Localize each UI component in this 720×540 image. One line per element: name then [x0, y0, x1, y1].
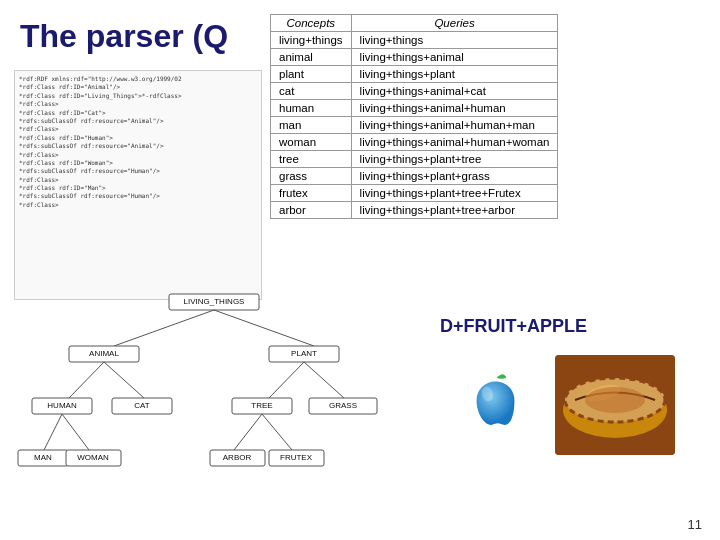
svg-text:ANIMAL: ANIMAL [89, 349, 119, 358]
page-number: 11 [688, 517, 702, 532]
pie-svg [555, 355, 675, 455]
svg-text:CAT: CAT [134, 401, 150, 410]
apple-icon [463, 368, 528, 433]
query-cell: living+things+plant [351, 66, 558, 83]
svg-text:TREE: TREE [251, 401, 272, 410]
svg-line-21 [62, 414, 89, 450]
query-cell: living+things+animal+human+woman [351, 134, 558, 151]
code-line: *rdfs:subClassOf rdf:resource="Animal"/> [19, 117, 257, 125]
concept-cell: cat [271, 83, 352, 100]
table-row: humanliving+things+animal+human [271, 100, 558, 117]
concept-cell: tree [271, 151, 352, 168]
concept-cell: frutex [271, 185, 352, 202]
table-row: grassliving+things+plant+grass [271, 168, 558, 185]
code-line: *rdf:Class> [19, 201, 257, 209]
table-row: treeliving+things+plant+tree [271, 151, 558, 168]
svg-text:LIVING_THINGS: LIVING_THINGS [184, 297, 245, 306]
code-line: *rdf:Class> [19, 151, 257, 159]
concept-cell: man [271, 117, 352, 134]
apple-logo-area [455, 360, 535, 440]
code-line: *rdfs:subClassOf rdf:resource="Human"/> [19, 192, 257, 200]
svg-line-22 [234, 414, 262, 450]
code-line: *rdf:Class> [19, 176, 257, 184]
svg-point-38 [585, 387, 645, 413]
table-row: frutexliving+things+plant+tree+Frutex [271, 185, 558, 202]
tree-svg: LIVING_THINGS ANIMAL PLANT HUMAN CAT TRE… [14, 290, 444, 490]
svg-text:FRUTEX: FRUTEX [280, 453, 313, 462]
col-header-concepts: Concepts [271, 15, 352, 32]
slide: The parser (Q Concepts Queries living+th… [0, 0, 720, 540]
code-line: *rdf:Class rdf:ID="Living_Things">*-rdfC… [19, 92, 257, 100]
svg-text:MAN: MAN [34, 453, 52, 462]
code-line: *rdfs:subClassOf rdf:resource="Human"/> [19, 167, 257, 175]
svg-line-8 [69, 362, 104, 398]
table-row: animalliving+things+animal [271, 49, 558, 66]
concept-cell: plant [271, 66, 352, 83]
svg-line-2 [114, 310, 214, 346]
concept-cell: arbor [271, 202, 352, 219]
svg-text:PLANT: PLANT [291, 349, 317, 358]
code-line: *rdf:Class rdf:ID="Human"> [19, 134, 257, 142]
query-cell: living+things+animal+cat [351, 83, 558, 100]
table-row: living+thingsliving+things [271, 32, 558, 49]
query-cell: living+things+plant+grass [351, 168, 558, 185]
concept-cell: woman [271, 134, 352, 151]
fruit-label: D+FRUIT+APPLE [440, 316, 587, 337]
slide-title: The parser (Q [20, 18, 228, 55]
code-line: *rdf:Class> [19, 100, 257, 108]
query-cell: living+things+animal [351, 49, 558, 66]
table-row: manliving+things+animal+human+man [271, 117, 558, 134]
concepts-table: Concepts Queries living+thingsliving+thi… [270, 14, 558, 219]
svg-text:GRASS: GRASS [329, 401, 357, 410]
code-block: *rdf:RDF xmlns:rdf="http://www.w3.org/19… [14, 70, 262, 300]
svg-line-3 [214, 310, 314, 346]
col-header-queries: Queries [351, 15, 558, 32]
concept-cell: animal [271, 49, 352, 66]
svg-line-20 [44, 414, 62, 450]
svg-text:ARBOR: ARBOR [223, 453, 252, 462]
query-cell: living+things [351, 32, 558, 49]
svg-text:HUMAN: HUMAN [47, 401, 77, 410]
svg-line-9 [104, 362, 144, 398]
svg-line-11 [304, 362, 344, 398]
query-cell: living+things+plant+tree [351, 151, 558, 168]
concept-cell: living+things [271, 32, 352, 49]
query-cell: living+things+plant+tree+Frutex [351, 185, 558, 202]
table-row: womanliving+things+animal+human+woman [271, 134, 558, 151]
query-cell: living+things+plant+tree+arbor [351, 202, 558, 219]
query-cell: living+things+animal+human [351, 100, 558, 117]
code-line: *rdf:RDF xmlns:rdf="http://www.w3.org/19… [19, 75, 257, 83]
query-cell: living+things+animal+human+man [351, 117, 558, 134]
svg-line-23 [262, 414, 292, 450]
code-line: *rdf:Class> [19, 125, 257, 133]
svg-line-10 [269, 362, 304, 398]
concept-cell: grass [271, 168, 352, 185]
pie-image [555, 355, 675, 455]
code-line: *rdf:Class rdf:ID="Cat"> [19, 109, 257, 117]
table-row: arborliving+things+plant+tree+arbor [271, 202, 558, 219]
table-row: catliving+things+animal+cat [271, 83, 558, 100]
table-row: plantliving+things+plant [271, 66, 558, 83]
svg-text:WOMAN: WOMAN [77, 453, 109, 462]
concept-cell: human [271, 100, 352, 117]
code-line: *rdf:Class rdf:ID="Woman"> [19, 159, 257, 167]
code-line: *rdf:Class rdf:ID="Man"> [19, 184, 257, 192]
code-line: *rdfs:subClassOf rdf:resource="Animal"/> [19, 142, 257, 150]
code-line: *rdf:Class rdf:ID="Animal"/> [19, 83, 257, 91]
tree-diagram: LIVING_THINGS ANIMAL PLANT HUMAN CAT TRE… [14, 290, 444, 490]
